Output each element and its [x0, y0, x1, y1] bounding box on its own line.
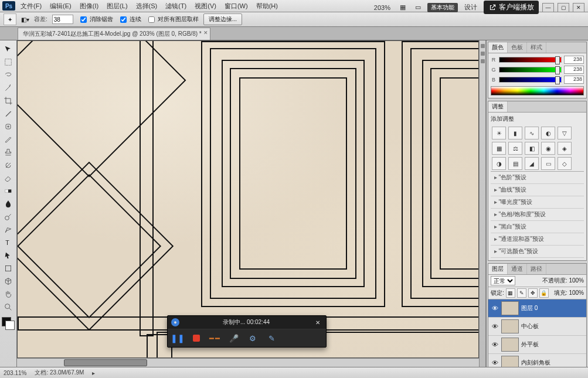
menu-view[interactable]: 视图(V): [192, 1, 219, 12]
g-value[interactable]: 238: [564, 66, 584, 74]
preset-item[interactable]: "曲线"预设: [491, 184, 584, 196]
status-arrow-icon[interactable]: ▸: [92, 370, 95, 376]
lock-all-icon[interactable]: 🔒: [539, 288, 549, 298]
blur-tool[interactable]: [1, 197, 15, 210]
menu-edit[interactable]: 编辑(E): [47, 1, 74, 12]
lock-trans-icon[interactable]: ▦: [506, 288, 515, 298]
marquee-tool[interactable]: [1, 56, 15, 69]
menu-select[interactable]: 选择(S): [133, 1, 161, 12]
preset-item[interactable]: "曝光度"预设: [491, 196, 584, 209]
brightness-icon[interactable]: ☀: [492, 127, 506, 139]
workspace-basic[interactable]: 基本功能: [427, 3, 458, 12]
recorder-pause-button[interactable]: ❚❚: [172, 333, 183, 343]
b-slider[interactable]: [499, 77, 562, 83]
chan-mixer-icon[interactable]: ◈: [558, 142, 572, 155]
preset-item[interactable]: "色阶"预设: [491, 172, 584, 184]
recorder-settings-icon[interactable]: ⚙: [247, 333, 258, 343]
all-layers-check[interactable]: [148, 16, 155, 23]
tab-paths[interactable]: 路径: [527, 264, 546, 274]
gradient-tool[interactable]: [1, 185, 15, 197]
colorbal-icon[interactable]: ⚖: [508, 142, 522, 155]
tab-swatches[interactable]: 色板: [508, 42, 527, 53]
preset-item[interactable]: "可选颜色"预设: [491, 246, 584, 258]
visibility-icon[interactable]: 👁: [491, 305, 499, 312]
recorder-close-button[interactable]: ✕: [313, 318, 322, 327]
dock-strip[interactable]: [479, 40, 486, 367]
recorder-mic-icon[interactable]: 🎤: [229, 333, 239, 343]
lock-pixels-icon[interactable]: ✎: [517, 288, 526, 298]
workspace-design[interactable]: 设计: [461, 2, 480, 13]
visibility-icon[interactable]: 👁: [491, 359, 499, 366]
layer-row[interactable]: 👁外平板: [488, 336, 586, 354]
type-tool[interactable]: T: [1, 236, 15, 249]
client-play-button[interactable]: 客户端播放: [484, 1, 539, 14]
status-zoom[interactable]: 203.11%: [4, 370, 26, 376]
scrollbar-thumb[interactable]: [64, 359, 147, 366]
menu-help[interactable]: 帮助(H): [253, 1, 281, 12]
background-swatch[interactable]: [5, 321, 15, 330]
pen-tool[interactable]: [1, 223, 15, 236]
path-select-tool[interactable]: [1, 249, 15, 262]
document-canvas[interactable]: [17, 40, 479, 358]
recorder-stop-button[interactable]: [191, 333, 202, 343]
zoom-tool[interactable]: [1, 301, 15, 314]
contiguous-check[interactable]: [120, 16, 127, 23]
eyedropper-tool[interactable]: [1, 107, 15, 120]
lock-pos-icon[interactable]: ✥: [528, 288, 538, 298]
heal-tool[interactable]: [1, 120, 15, 133]
view-tools-icon[interactable]: ▦: [397, 2, 409, 12]
selcolor-icon[interactable]: ◇: [558, 157, 572, 170]
recorder-pen-icon[interactable]: ✎: [266, 333, 277, 343]
preset-item[interactable]: "黑白"预设: [491, 221, 584, 233]
gradmap-icon[interactable]: ▭: [541, 157, 555, 170]
layer-row[interactable]: 👁中心板: [488, 318, 586, 336]
r-value[interactable]: 238: [564, 56, 584, 64]
tolerance-input[interactable]: [52, 15, 73, 24]
spectrum-picker[interactable]: [491, 86, 584, 96]
color-swatches[interactable]: [2, 317, 15, 330]
preset-item[interactable]: "色相/饱和度"预设: [491, 209, 584, 221]
exposure-icon[interactable]: ◐: [541, 127, 555, 139]
preset-item[interactable]: "通道混和器"预设: [491, 233, 584, 246]
eraser-tool[interactable]: [1, 172, 15, 185]
history-brush-tool[interactable]: [1, 159, 15, 172]
bw-icon[interactable]: ◧: [525, 142, 539, 155]
menu-filter[interactable]: 滤镜(T): [162, 1, 189, 12]
curves-icon[interactable]: ∿: [525, 127, 539, 139]
photo-filter-icon[interactable]: ◉: [541, 142, 555, 155]
r-slider[interactable]: [499, 57, 562, 63]
lasso-tool[interactable]: [1, 69, 15, 81]
tab-channels[interactable]: 通道: [508, 264, 527, 274]
crop-tool[interactable]: [1, 94, 15, 107]
refine-edge-button[interactable]: 调整边缘...: [203, 13, 242, 25]
visibility-icon[interactable]: 👁: [491, 341, 499, 348]
hue-icon[interactable]: ▦: [492, 142, 506, 155]
tab-layers[interactable]: 图层: [488, 264, 508, 274]
recorder-more-icon[interactable]: ━━: [210, 333, 220, 343]
fill-value[interactable]: 100%: [569, 290, 584, 296]
screen-mode-icon[interactable]: ▭: [412, 2, 424, 12]
tab-styles[interactable]: 样式: [527, 42, 546, 53]
tab-color[interactable]: 颜色: [488, 42, 508, 53]
horizontal-scrollbar[interactable]: [17, 358, 479, 367]
menu-image[interactable]: 图像(I): [77, 1, 101, 12]
shape-tool[interactable]: [1, 262, 15, 275]
magic-wand-tool[interactable]: [1, 81, 15, 94]
poster-icon[interactable]: ▤: [508, 157, 522, 170]
menu-window[interactable]: 窗口(W): [222, 1, 251, 12]
brush-tool[interactable]: [1, 133, 15, 146]
3d-tool[interactable]: [1, 275, 15, 288]
b-value[interactable]: 238: [564, 76, 584, 84]
blend-mode-select[interactable]: 正常: [491, 276, 515, 285]
layer-row[interactable]: 👁图层 0: [488, 299, 586, 318]
close-tab-icon[interactable]: ✕: [203, 30, 208, 36]
levels-icon[interactable]: ▮: [508, 127, 522, 139]
window-maximize[interactable]: ▢: [558, 3, 569, 12]
sample-icon[interactable]: ◧▾: [21, 16, 29, 23]
antialias-check[interactable]: [80, 16, 87, 23]
window-minimize[interactable]: —: [542, 3, 554, 12]
hand-tool[interactable]: [1, 288, 15, 301]
document-tab[interactable]: 华润五彩城7-2401赵总施工图4-Model.jpg @ 203% (图层 0…: [18, 28, 210, 40]
g-slider[interactable]: [499, 67, 562, 73]
vibrance-icon[interactable]: ▽: [558, 127, 572, 139]
